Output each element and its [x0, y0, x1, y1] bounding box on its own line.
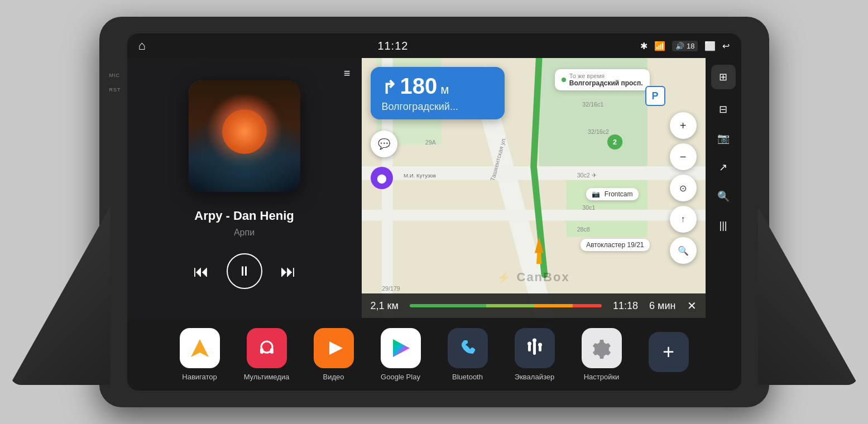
duration: 6 мин [649, 300, 675, 312]
app-googleplay[interactable]: Google Play [376, 328, 426, 381]
canbox-logo: ⚡ CanBox [497, 270, 569, 285]
bluetooth-label: Bluetooth [452, 373, 483, 381]
svg-text:29А: 29А [425, 139, 436, 146]
right-sidebar: ⊞ ⊟ 📷 ↗ 🔍 ||| [706, 58, 741, 318]
sidebar-search-icon[interactable]: 🔍 [710, 183, 737, 210]
status-bar: ⌂ 11:12 ✱ 📶 🔊 18 ⬜ ↩ [127, 33, 741, 58]
distance-value: 180 [400, 74, 438, 99]
app-navigator[interactable]: Навигатор [175, 328, 225, 381]
status-time: 11:12 [377, 40, 408, 52]
googleplay-icon [381, 328, 421, 368]
svg-text:32/16с1: 32/16с1 [582, 101, 603, 108]
multimedia-label: Мультимедиа [244, 373, 290, 381]
googleplay-label: Google Play [381, 373, 420, 381]
traffic-bar [410, 304, 602, 307]
frontcam-badge: 📷 Frontcam [586, 188, 638, 200]
prev-button[interactable]: ⏮ [193, 262, 209, 281]
zoom-out-button[interactable]: − [670, 143, 697, 170]
screen: ⌂ 11:12 ✱ 📶 🔊 18 ⬜ ↩ ≡ [127, 33, 741, 391]
equalizer-label: Эквалайзер [515, 373, 554, 381]
settings-icon [582, 328, 622, 368]
app-equalizer[interactable]: Эквалайзер [510, 328, 560, 381]
track-title: Arpy - Dan Henig [194, 209, 294, 223]
app-multimedia[interactable]: Мультимедиа [242, 328, 292, 381]
back-icon[interactable]: ↩ [722, 41, 730, 51]
app-plus[interactable]: + [644, 332, 694, 377]
app-dock: Навигатор Мультимедиа [127, 318, 741, 391]
svg-rect-24 [260, 348, 263, 354]
autocluster-badge: Автокластер 19/21 [581, 239, 649, 251]
voice-button[interactable]: ⬤ [371, 167, 393, 189]
app-bluetooth[interactable]: Bluetooth [443, 328, 493, 381]
sidebar-menu-icon[interactable]: ||| [710, 212, 737, 239]
svg-marker-22 [191, 339, 209, 357]
dest-dot [562, 78, 566, 82]
plus-icon: + [649, 332, 689, 372]
sidebar-fork-icon[interactable]: ↗ [710, 154, 737, 181]
svg-text:32/16с2: 32/16с2 [588, 128, 609, 135]
home-icon[interactable]: ⌂ [138, 38, 146, 53]
svg-text:М.И. Кутузов: М.И. Кутузов [404, 172, 436, 179]
svg-point-32 [533, 338, 536, 342]
nav-street: Волгоградский... [382, 101, 493, 113]
svg-point-33 [538, 343, 542, 346]
nav-header: ↱ 180 м Волгоградский... [371, 67, 505, 119]
volume-icon: 🔊 [675, 42, 684, 50]
svg-text:2: 2 [613, 138, 617, 146]
svg-marker-27 [393, 339, 410, 357]
north-button[interactable]: ↑ [670, 206, 697, 233]
svg-marker-26 [329, 341, 343, 355]
app-settings[interactable]: Настройки [577, 328, 627, 381]
playlist-icon[interactable]: ≡ [344, 67, 351, 80]
app-video[interactable]: Видео [309, 328, 359, 381]
nav-distance: ↱ 180 м [382, 74, 493, 99]
sidebar-layers-icon[interactable]: ⊟ [710, 96, 737, 123]
equalizer-icon [515, 328, 555, 368]
car-wing-right [758, 206, 859, 385]
zoom-in-button[interactable]: + [670, 112, 697, 139]
display-icon[interactable]: ⬜ [704, 41, 716, 51]
volume-value: 18 [687, 42, 694, 50]
svg-text:30с2 ✈: 30с2 ✈ [577, 172, 596, 179]
svg-text:30с1: 30с1 [582, 204, 595, 211]
wifi-status-icon: 📶 [654, 41, 665, 51]
eta-time: 11:18 [613, 300, 638, 312]
dest-label: То же время Волгоградский просп. [569, 73, 643, 87]
navigator-icon [180, 328, 220, 368]
bluetooth-status-icon: ✱ [640, 41, 648, 51]
orientation-button[interactable]: ⊙ [670, 175, 697, 201]
navigator-label: Навигатор [182, 373, 217, 381]
track-artist: Арпи [234, 228, 255, 238]
chat-button[interactable]: 💬 [371, 131, 397, 157]
mic-label: MIC [109, 73, 121, 78]
volume-badge: 🔊 18 [672, 41, 698, 51]
route-close-button[interactable]: ✕ [687, 299, 697, 312]
svg-text:28с8: 28с8 [577, 226, 589, 233]
svg-rect-28 [528, 345, 531, 351]
music-panel: ≡ Arpy - Dan Henig Арпи ⏮ ⏸ ⏭ [127, 58, 362, 318]
route-info-bar: 2,1 км 11:18 6 мин ✕ [362, 293, 706, 318]
sidebar-grid-icon[interactable]: ⊞ [711, 65, 736, 89]
next-button[interactable]: ⏭ [280, 262, 296, 281]
album-art [189, 80, 300, 192]
bluetooth-icon-app [448, 328, 488, 368]
car-frame: MIC RST ⌂ 11:12 ✱ 📶 🔊 18 ⬜ ↩ [99, 17, 769, 407]
parking-badge: P [645, 86, 665, 106]
sun-circle [222, 109, 267, 154]
playback-controls: ⏮ ⏸ ⏭ [193, 253, 296, 289]
multimedia-icon [247, 328, 287, 368]
distance-remaining: 2,1 км [371, 300, 399, 312]
map-controls: + − ⊙ ↑ 🔍 [670, 112, 697, 264]
search-button[interactable]: 🔍 [670, 237, 697, 264]
svg-text:29/179: 29/179 [382, 285, 400, 292]
status-right: ✱ 📶 🔊 18 ⬜ ↩ [640, 41, 730, 51]
sidebar-camera-icon[interactable]: 📷 [710, 125, 737, 152]
status-left: ⌂ [138, 38, 146, 53]
svg-point-31 [527, 341, 531, 345]
car-wing-left [10, 206, 111, 385]
svg-rect-7 [362, 210, 706, 220]
side-labels: MIC RST [109, 73, 121, 93]
play-pause-button[interactable]: ⏸ [227, 253, 262, 289]
direction-icon: ↱ [382, 77, 397, 98]
main-content: ≡ Arpy - Dan Henig Арпи ⏮ ⏸ ⏭ [127, 58, 741, 318]
